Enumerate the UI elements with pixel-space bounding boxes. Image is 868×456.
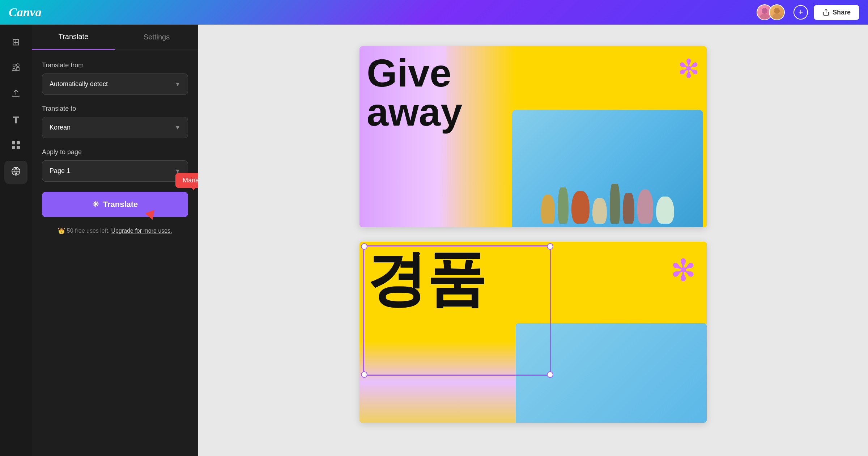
- vase-6: [623, 193, 634, 224]
- avatar-group: [757, 4, 785, 20]
- tooltip-marianne: Marianne: [175, 173, 198, 188]
- sidebar-item-layout[interactable]: ⊞: [4, 30, 27, 54]
- design-card-2[interactable]: 경품 ✻: [359, 242, 707, 423]
- panel-content: Translate from Automatically detect ▼ Tr…: [32, 50, 198, 246]
- handle-bottom-right[interactable]: [547, 371, 553, 378]
- tab-translate[interactable]: Translate: [32, 25, 115, 50]
- layout-icon: ⊞: [12, 37, 20, 48]
- translate-to-value: Korean: [50, 124, 71, 131]
- translate-panel: Translate Settings Translate from Automa…: [32, 25, 198, 456]
- translate-sparkle-icon: ✳: [92, 200, 99, 209]
- svg-rect-9: [12, 146, 15, 149]
- sidebar-item-uploads[interactable]: [4, 83, 27, 106]
- icon-sidebar: ⊞ T: [0, 25, 32, 456]
- translate-from-field: Translate from Automatically detect ▼: [42, 62, 188, 95]
- svg-point-2: [774, 8, 780, 14]
- design-card-1[interactable]: Give away ✻: [359, 46, 707, 227]
- handle-top-right[interactable]: [547, 243, 553, 250]
- vase-3: [571, 191, 590, 224]
- canvas-area: Give away ✻ 경품 ✻: [198, 25, 868, 456]
- sidebar-item-translate[interactable]: [4, 161, 27, 184]
- translate-from-value: Automatically detect: [50, 80, 108, 88]
- translate-to-label: Translate to: [42, 105, 188, 113]
- translate-to-dropdown[interactable]: Korean ▼: [42, 117, 188, 138]
- upload-icon: [11, 88, 21, 101]
- tab-settings[interactable]: Settings: [115, 25, 198, 50]
- card1-image-area: [512, 110, 703, 227]
- sidebar-item-elements[interactable]: [4, 56, 27, 80]
- card2-flower-icon: ✻: [671, 253, 696, 288]
- app-layout: ⊞ T Translate Settin: [0, 0, 868, 456]
- svg-rect-7: [12, 141, 15, 144]
- svg-rect-10: [17, 146, 20, 149]
- apply-to-page-value: Page 1: [50, 167, 70, 175]
- selection-box: [363, 245, 551, 376]
- share-label: Share: [833, 9, 851, 16]
- header: Canva + Share: [0, 0, 868, 25]
- vase-8: [656, 197, 674, 224]
- header-right: + Share: [757, 4, 859, 20]
- avatar-user2[interactable]: [769, 4, 785, 20]
- card1-flower-icon: ✻: [678, 54, 699, 84]
- translate-button-wrapper: ✳ Translate Marianne: [42, 192, 188, 217]
- card1-text-container: Give away: [367, 54, 462, 132]
- vase-4: [592, 198, 607, 224]
- chevron-down-icon-2: ▼: [175, 124, 180, 131]
- handle-bottom-left[interactable]: [361, 371, 367, 378]
- translate-to-field: Translate to Korean ▼: [42, 105, 188, 138]
- svg-point-4: [16, 64, 19, 67]
- free-uses-notice: 👑 50 free uses left. Upgrade for more us…: [42, 227, 188, 234]
- svg-point-0: [762, 8, 767, 14]
- card2-text-container: 경품: [367, 249, 486, 309]
- text-icon: T: [13, 114, 19, 126]
- apps-icon: [11, 140, 21, 153]
- translate-button[interactable]: ✳ Translate: [42, 192, 188, 217]
- chevron-down-icon: ▼: [175, 81, 180, 88]
- svg-point-1: [760, 14, 769, 19]
- vase-1: [541, 195, 555, 224]
- free-uses-text: 50 free uses left.: [67, 228, 110, 234]
- card1-text-line1: Give: [367, 54, 462, 93]
- tooltip-text: Marianne: [183, 177, 198, 184]
- svg-rect-6: [16, 68, 19, 71]
- canva-logo: Canva: [9, 5, 42, 19]
- apply-to-page-dropdown[interactable]: Page 1 ▼: [42, 160, 188, 182]
- crown-icon: 👑: [58, 228, 67, 234]
- add-collaborator-button[interactable]: +: [793, 5, 808, 20]
- handle-top-left[interactable]: [361, 243, 367, 250]
- share-button[interactable]: Share: [814, 5, 859, 20]
- elements-icon: [11, 62, 21, 75]
- svg-marker-5: [12, 68, 16, 71]
- upgrade-link[interactable]: Upgrade for more uses.: [111, 228, 172, 234]
- vase-5: [610, 184, 620, 224]
- svg-point-3: [773, 14, 781, 19]
- sidebar-item-text[interactable]: T: [4, 109, 27, 132]
- translate-icon: [11, 166, 21, 179]
- svg-rect-8: [17, 141, 20, 144]
- apply-to-page-field: Apply to page Page 1 ▼: [42, 148, 188, 182]
- card1-text-line2: away: [367, 93, 462, 132]
- apply-to-page-label: Apply to page: [42, 148, 188, 156]
- share-icon: [822, 9, 830, 16]
- translate-from-label: Translate from: [42, 62, 188, 69]
- translate-button-label: Translate: [103, 200, 138, 209]
- panel-tabs: Translate Settings: [32, 25, 198, 50]
- vase-7: [637, 189, 653, 224]
- translate-from-dropdown[interactable]: Automatically detect ▼: [42, 73, 188, 95]
- sidebar-item-apps[interactable]: [4, 135, 27, 158]
- vase-2: [558, 187, 569, 224]
